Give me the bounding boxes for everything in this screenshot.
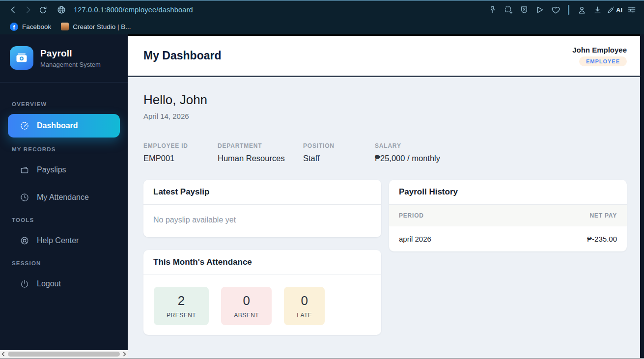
profile-icon[interactable]	[575, 3, 588, 17]
sidebar-item-payslips[interactable]: Payslips	[8, 159, 120, 181]
site-globe-icon[interactable]	[54, 3, 69, 17]
browser-toolbar: 127.0.0.1:8000/employee/dashboard	[0, 1, 644, 19]
latest-payslip-card: Latest Payslip No payslip available yet	[143, 180, 381, 237]
reload-icon[interactable]	[35, 3, 50, 17]
section-tools: TOOLS	[12, 217, 116, 223]
user-block: John Employee EMPLOYEE	[572, 46, 627, 66]
stat-present: 2 PRESENT	[154, 287, 209, 325]
greeting: Hello, John	[143, 92, 627, 108]
stat-late: 0 LATE	[284, 287, 325, 325]
payslip-empty-message: No payslip available yet	[143, 205, 381, 237]
col-period: PERIOD	[399, 212, 424, 219]
bookmarks-bar: f Facebook Creator Studio | B...	[0, 19, 644, 34]
role-badge: EMPLOYEE	[579, 56, 627, 66]
scrollbar-thumb[interactable]	[8, 352, 120, 357]
back-icon[interactable]	[6, 3, 21, 17]
section-session: SESSION	[12, 260, 116, 266]
main-area: My Dashboard John Employee EMPLOYEE Hell…	[128, 34, 644, 358]
ai-label: AI	[616, 6, 622, 14]
col-net-pay: NET PAY	[589, 212, 617, 219]
sidebar-item-dashboard[interactable]: Dashboard	[8, 114, 120, 138]
attendance-title: This Month's Attendance	[153, 257, 371, 267]
ai-assistant-icon[interactable]: AI	[607, 3, 622, 17]
page-header: My Dashboard John Employee EMPLOYEE	[128, 36, 644, 77]
sidebar-nav: OVERVIEW Dashboard MY RECORDS Payslips M…	[0, 83, 128, 310]
send-icon[interactable]	[533, 3, 546, 17]
bookmark-creator-studio[interactable]: Creator Studio | B...	[56, 21, 136, 32]
sidebar-item-logout[interactable]: Logout	[8, 273, 120, 295]
menu-icon[interactable]	[625, 3, 638, 17]
page-title: My Dashboard	[143, 49, 221, 62]
forward-icon[interactable]	[21, 3, 35, 17]
employee-info-row: EMPLOYEE ID EMP001 DEPARTMENT Human Reso…	[143, 142, 627, 163]
info-salary: SALARY ₱25,000 / monthly	[375, 142, 440, 163]
sidebar: Payroll Management System OVERVIEW Dashb…	[0, 34, 128, 358]
scroll-right-icon[interactable]	[121, 350, 128, 358]
address-bar[interactable]: 127.0.0.1:8000/employee/dashboard	[74, 6, 193, 14]
app-logo: Payroll Management System	[0, 34, 128, 83]
section-my-records: MY RECORDS	[12, 146, 116, 152]
scroll-left-icon[interactable]	[0, 350, 7, 358]
payroll-history-card: Payroll History PERIOD NET PAY april 202…	[389, 180, 627, 251]
lifebuoy-icon	[20, 236, 29, 246]
stat-absent: 0 ABSENT	[221, 287, 272, 325]
right-edge-strip	[640, 34, 644, 358]
horizontal-scrollbar[interactable]	[0, 350, 128, 358]
bookmark-facebook[interactable]: f Facebook	[5, 21, 56, 32]
shield-x-icon[interactable]	[518, 3, 531, 17]
gauge-icon	[20, 121, 29, 131]
current-date: April 14, 2026	[143, 112, 627, 120]
browser-window: 127.0.0.1:8000/employee/dashboard	[0, 0, 644, 359]
info-position: POSITION Staff	[303, 142, 375, 163]
pin-icon[interactable]	[486, 3, 499, 17]
payroll-history-header-row: PERIOD NET PAY	[389, 205, 627, 226]
payroll-history-title: Payroll History	[399, 187, 617, 197]
heart-icon[interactable]	[549, 3, 562, 17]
user-name: John Employee	[572, 46, 627, 54]
power-icon	[20, 279, 29, 289]
info-department: DEPARTMENT Human Resources	[218, 142, 303, 163]
dashboard-content: Hello, John April 14, 2026 EMPLOYEE ID E…	[128, 77, 644, 358]
section-overview: OVERVIEW	[12, 101, 116, 107]
table-row: april 2026 ₱-235.00	[389, 226, 627, 251]
app-subtitle: Management System	[40, 61, 101, 68]
toolbar-separator	[568, 5, 569, 15]
creator-studio-favicon	[61, 23, 69, 30]
wallet-icon	[20, 165, 29, 175]
facebook-icon: f	[10, 23, 18, 31]
info-employee-id: EMPLOYEE ID EMP001	[143, 142, 218, 163]
clock-icon	[20, 193, 29, 202]
sidebar-item-help-center[interactable]: Help Center	[8, 230, 120, 251]
payroll-logo-icon	[10, 46, 33, 70]
attendance-card: This Month's Attendance 2 PRESENT 0 ABSE…	[143, 250, 381, 335]
download-icon[interactable]	[591, 3, 604, 17]
app-title: Payroll	[40, 48, 101, 59]
sidebar-item-my-attendance[interactable]: My Attendance	[8, 187, 120, 208]
capture-icon[interactable]	[502, 3, 515, 17]
latest-payslip-title: Latest Payslip	[153, 187, 371, 197]
